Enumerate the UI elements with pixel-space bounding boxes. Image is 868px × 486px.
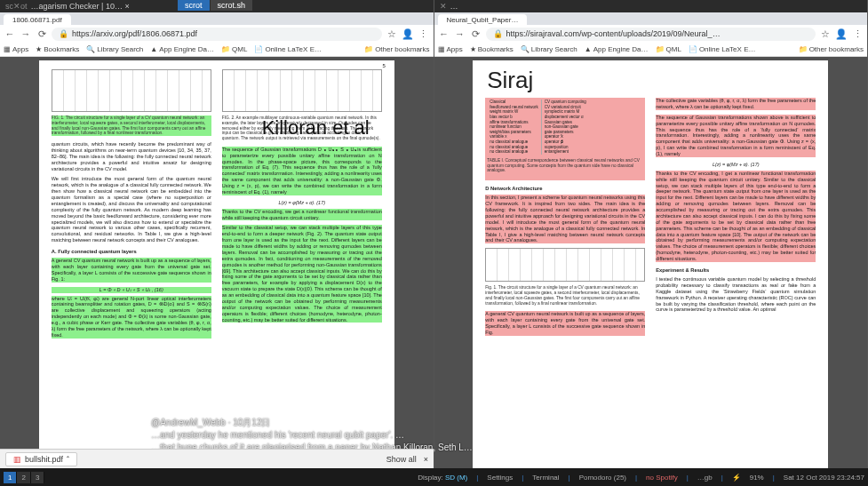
page-number: 5 [382, 63, 385, 70]
paragraph: I tested the continuous variable quantum… [656, 276, 816, 313]
apps-icon[interactable]: ▦ Apps [438, 45, 463, 53]
wm-tab[interactable]: scrot [178, 0, 210, 11]
show-all-downloads[interactable]: Show all [386, 455, 417, 464]
lock-icon: 🔒 [493, 29, 503, 38]
url-text: https://sirajraval.com/wp-content/upload… [506, 29, 721, 38]
taskbar: 1 2 3 Display: SD (M) | Settings | Termi… [0, 468, 868, 486]
paragraph: A general CV quantum neural network is b… [485, 311, 645, 336]
annotation-label: Killoran et al [262, 116, 370, 140]
star-icon[interactable]: ☆ [386, 28, 398, 40]
lock-icon: 🔒 [59, 29, 68, 38]
battery-icon: ⚡ [732, 474, 741, 482]
pdf-page: 5 Killoran et al FIG. 1. The circuit str… [39, 60, 394, 468]
section-heading: D Network Architecture [485, 186, 645, 192]
bookmark-item[interactable]: ▲ App Engine Da… [150, 45, 214, 53]
download-item[interactable]: ▥ bullshit.pdf ˆ [5, 452, 77, 466]
bookmark-item[interactable]: 📄 Online LaTeX E… [254, 45, 322, 53]
table-caption: TABLE I. Conceptual correspondence betwe… [487, 158, 643, 173]
workspace[interactable]: 3 [31, 472, 44, 483]
pomodoro-widget[interactable]: Pomodoro (25) [579, 474, 626, 482]
browser-chrome: 1806.06871.pdf ← → ⟳ 🔒 https://arxiv.org… [0, 12, 434, 57]
bookmark-item[interactable]: 📁 QML [221, 45, 247, 53]
profile-icon[interactable]: 👤 [835, 28, 848, 40]
window-titlebar: ✕ … [434, 0, 868, 12]
paragraph: In this section, I present a scheme for … [485, 195, 645, 243]
menu-icon[interactable]: ⋮ [418, 28, 430, 40]
wm-tab-strip: scrot scrot.sh [178, 0, 253, 11]
bookmark-item[interactable]: 🔍 Library Search [521, 45, 577, 53]
close-icon[interactable]: × [424, 455, 428, 464]
annotation-label: Siraj [487, 66, 533, 95]
other-bookmarks[interactable]: 📁 Other bookmarks [799, 45, 864, 53]
bookmarks-bar: ▦ Apps ★ Bookmarks 🔍 Library Search ▲ Ap… [434, 43, 868, 57]
forward-icon[interactable]: → [20, 28, 32, 40]
bookmark-item[interactable]: ★ Bookmarks [470, 45, 514, 53]
display-widget[interactable]: Display: SD (M) [418, 474, 467, 482]
section-heading: Experiment & Results [656, 267, 816, 274]
paragraph: The sequence of Gaussian transformations… [656, 115, 816, 157]
paragraph: Similar to the classical setup, we can s… [222, 225, 382, 323]
back-icon[interactable]: ← [438, 28, 450, 40]
reload-icon[interactable]: ⟳ [36, 28, 48, 40]
download-filename: bullshit.pdf [25, 455, 63, 464]
left-browser-window: sc✕ot …agarism Checker | 10… × 1806.0687… [0, 0, 434, 468]
reload-icon[interactable]: ⟳ [470, 28, 482, 40]
equation: L(z) = φ(Mz + α). (17) [656, 162, 816, 168]
address-bar[interactable]: 🔒 https://sirajraval.com/wp-content/uplo… [486, 28, 816, 41]
section-heading: A. Fully connected quantum layers [52, 249, 211, 255]
apps-icon[interactable]: ▦ Apps [4, 45, 28, 53]
paragraph: The collective gate variables (θ, φ, r, … [656, 98, 816, 110]
browser-tab[interactable]: 1806.06871.pdf [4, 14, 71, 25]
figure-1 [485, 248, 645, 282]
close-icon[interactable]: sc✕ot [5, 2, 28, 11]
forward-icon[interactable]: → [454, 28, 466, 40]
figure-1-caption: Fig. 1. The circuit structure for a sing… [485, 285, 645, 306]
bookmark-item[interactable]: 📁 QML [656, 45, 681, 53]
workspace[interactable]: 1 [4, 472, 17, 483]
pdf-viewer[interactable]: Siraj ClassicalCV quantum computing feed… [434, 57, 868, 468]
equation: L = Φ ∘ D ∘ U₂ ∘ S ∘ U₁ , (16) [52, 287, 211, 293]
bookmark-item[interactable]: 🔍 Library Search [86, 45, 143, 53]
window-title: … [450, 2, 458, 11]
other-bookmarks[interactable]: 📁 Other bookmarks [364, 45, 429, 53]
equation: L(z) = φ(Mz + α). (17) [222, 200, 382, 206]
wm-tab[interactable]: scrot.sh [211, 0, 253, 11]
chevron-up-icon[interactable]: ˆ [67, 455, 69, 464]
bookmark-item[interactable]: ★ Bookmarks [36, 45, 79, 53]
back-icon[interactable]: ← [4, 28, 16, 40]
star-icon[interactable]: ☆ [819, 28, 832, 40]
spotify-widget[interactable]: no Spotify [646, 474, 678, 482]
paragraph: The sequence of Gaussian transformations… [222, 147, 382, 195]
paragraph: Thanks to the CV encoding, I get a nonli… [656, 171, 816, 262]
address-bar[interactable]: 🔒 https://arxiv.org/pdf/1806.06871.pdf [52, 28, 382, 41]
paragraph: A general CV quantum neural network is b… [52, 258, 211, 283]
pdf-viewer[interactable]: 5 Killoran et al FIG. 1. The circuit str… [0, 57, 434, 468]
pdf-page: Siraj ClassicalCV quantum computing feed… [473, 60, 828, 468]
bookmark-item[interactable]: ▲ App Engine Da… [585, 45, 649, 53]
menu-icon[interactable]: ⋮ [851, 28, 864, 40]
settings-link[interactable]: Settings [487, 474, 513, 482]
workspace[interactable]: 2 [17, 472, 30, 483]
figure-1-caption: FIG. 1. The circuit structure for a sing… [52, 116, 211, 136]
bookmark-item[interactable]: 📄 Online LaTeX E… [689, 45, 756, 53]
paragraph: We will first introduce the most general… [52, 176, 211, 243]
window-title: …agarism Checker | 10… × [31, 2, 130, 11]
clock-widget: Sat 12 Oct 2019 23:24:57 [784, 474, 864, 482]
terminal-link[interactable]: Terminal [532, 474, 559, 482]
figure-2 [222, 69, 382, 112]
figure-1 [52, 69, 211, 112]
pdf-icon: ▥ [13, 455, 21, 464]
bookmarks-bar: ▦ Apps ★ Bookmarks 🔍 Library Search ▲ Ap… [0, 43, 434, 57]
paragraph: Thanks to the CV encoding, we get a nonl… [222, 209, 382, 221]
download-bar: ▥ bullshit.pdf ˆ Show all × [0, 449, 434, 468]
browser-tab[interactable]: Neural_Qubit_Paper… [438, 14, 528, 25]
paragraph: quantum circuits, which have recently be… [52, 141, 211, 171]
disk-widget: …gb [697, 474, 713, 482]
workspace-switcher[interactable]: 1 2 3 [4, 472, 44, 483]
profile-icon[interactable]: 👤 [402, 28, 414, 40]
paragraph: where Uᵢ = Uᵢ(θᵢ, φᵢ) are general N-port… [52, 296, 211, 339]
url-text: https://arxiv.org/pdf/1806.06871.pdf [72, 29, 197, 38]
close-icon[interactable]: ✕ [440, 2, 447, 11]
battery-widget: 91% [750, 474, 764, 482]
table-1: ClassicalCV quantum computing feedforwar… [485, 98, 645, 180]
